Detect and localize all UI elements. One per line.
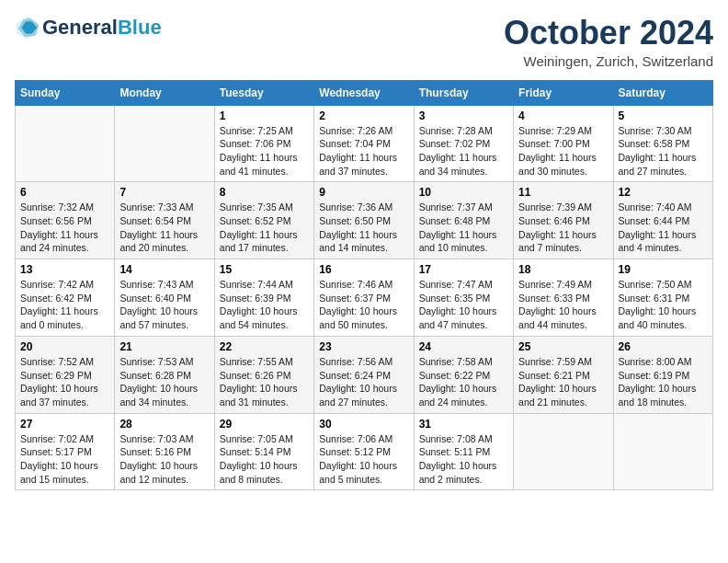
- day-info: Sunrise: 7:30 AM Sunset: 6:58 PM Dayligh…: [619, 124, 708, 178]
- calendar-cell: 26Sunrise: 8:00 AM Sunset: 6:19 PM Dayli…: [613, 336, 712, 413]
- day-info: Sunrise: 7:58 AM Sunset: 6:22 PM Dayligh…: [419, 355, 508, 409]
- day-info: Sunrise: 7:26 AM Sunset: 7:04 PM Dayligh…: [319, 124, 408, 178]
- weekday-header-thursday: Thursday: [414, 80, 513, 105]
- calendar-cell: 19Sunrise: 7:50 AM Sunset: 6:31 PM Dayli…: [613, 259, 712, 337]
- day-info: Sunrise: 7:06 AM Sunset: 5:12 PM Dayligh…: [319, 432, 408, 487]
- day-number: 24: [419, 340, 508, 353]
- calendar-cell: 18Sunrise: 7:49 AM Sunset: 6:33 PM Dayli…: [514, 259, 613, 337]
- calendar-week-5: 27Sunrise: 7:02 AM Sunset: 5:17 PM Dayli…: [16, 413, 713, 490]
- day-number: 13: [20, 263, 109, 276]
- weekday-row: SundayMondayTuesdayWednesdayThursdayFrid…: [16, 80, 713, 105]
- day-info: Sunrise: 7:37 AM Sunset: 6:48 PM Dayligh…: [419, 201, 508, 255]
- calendar-cell: 7Sunrise: 7:33 AM Sunset: 6:54 PM Daylig…: [115, 182, 214, 259]
- weekday-header-wednesday: Wednesday: [314, 80, 414, 105]
- calendar-cell: 6Sunrise: 7:32 AM Sunset: 6:56 PM Daylig…: [16, 182, 115, 259]
- day-info: Sunrise: 7:33 AM Sunset: 6:54 PM Dayligh…: [119, 201, 209, 255]
- day-info: Sunrise: 7:49 AM Sunset: 6:33 PM Dayligh…: [518, 278, 608, 332]
- weekday-header-saturday: Saturday: [613, 80, 712, 105]
- day-number: 9: [319, 186, 408, 199]
- calendar-header: SundayMondayTuesdayWednesdayThursdayFrid…: [16, 80, 713, 105]
- day-info: Sunrise: 7:32 AM Sunset: 6:56 PM Dayligh…: [20, 201, 109, 255]
- calendar-cell: [16, 105, 115, 182]
- day-number: 15: [220, 263, 309, 276]
- calendar-cell: 21Sunrise: 7:53 AM Sunset: 6:28 PM Dayli…: [115, 336, 214, 413]
- logo-text: GeneralBlue: [42, 17, 162, 39]
- calendar-table: SundayMondayTuesdayWednesdayThursdayFrid…: [15, 80, 713, 491]
- day-info: Sunrise: 7:59 AM Sunset: 6:21 PM Dayligh…: [518, 355, 608, 409]
- calendar-cell: [613, 413, 712, 490]
- calendar-cell: 1Sunrise: 7:25 AM Sunset: 7:06 PM Daylig…: [214, 105, 313, 182]
- day-info: Sunrise: 7:35 AM Sunset: 6:52 PM Dayligh…: [220, 201, 309, 255]
- weekday-header-tuesday: Tuesday: [214, 80, 313, 105]
- day-number: 25: [518, 340, 608, 353]
- day-number: 12: [619, 186, 708, 199]
- calendar-cell: 22Sunrise: 7:55 AM Sunset: 6:26 PM Dayli…: [214, 336, 313, 413]
- calendar-week-1: 1Sunrise: 7:25 AM Sunset: 7:06 PM Daylig…: [16, 105, 713, 182]
- day-info: Sunrise: 7:46 AM Sunset: 6:37 PM Dayligh…: [319, 278, 408, 332]
- calendar-cell: 12Sunrise: 7:40 AM Sunset: 6:44 PM Dayli…: [613, 182, 712, 259]
- day-number: 1: [220, 109, 309, 122]
- logo-icon: [15, 15, 40, 40]
- day-info: Sunrise: 7:43 AM Sunset: 6:40 PM Dayligh…: [119, 278, 209, 332]
- day-info: Sunrise: 7:55 AM Sunset: 6:26 PM Dayligh…: [220, 355, 309, 409]
- day-number: 29: [220, 418, 309, 431]
- day-info: Sunrise: 7:05 AM Sunset: 5:14 PM Dayligh…: [220, 432, 309, 487]
- day-number: 31: [419, 418, 508, 431]
- day-info: Sunrise: 7:39 AM Sunset: 6:46 PM Dayligh…: [518, 201, 608, 255]
- day-number: 19: [619, 263, 708, 276]
- calendar-body: 1Sunrise: 7:25 AM Sunset: 7:06 PM Daylig…: [16, 105, 713, 490]
- day-number: 2: [319, 109, 408, 122]
- day-info: Sunrise: 7:03 AM Sunset: 5:16 PM Dayligh…: [119, 432, 209, 487]
- day-number: 18: [518, 263, 608, 276]
- weekday-header-monday: Monday: [115, 80, 214, 105]
- calendar-cell: [115, 105, 214, 182]
- calendar-cell: 5Sunrise: 7:30 AM Sunset: 6:58 PM Daylig…: [613, 105, 712, 182]
- calendar-cell: 17Sunrise: 7:47 AM Sunset: 6:35 PM Dayli…: [414, 259, 513, 337]
- calendar-cell: 29Sunrise: 7:05 AM Sunset: 5:14 PM Dayli…: [214, 413, 313, 490]
- calendar-cell: 24Sunrise: 7:58 AM Sunset: 6:22 PM Dayli…: [414, 336, 513, 413]
- calendar-week-3: 13Sunrise: 7:42 AM Sunset: 6:42 PM Dayli…: [16, 259, 713, 337]
- day-info: Sunrise: 7:52 AM Sunset: 6:29 PM Dayligh…: [20, 355, 109, 409]
- day-info: Sunrise: 7:28 AM Sunset: 7:02 PM Dayligh…: [419, 124, 508, 178]
- location: Weiningen, Zurich, Switzerland: [504, 53, 713, 69]
- day-number: 23: [319, 340, 408, 353]
- day-info: Sunrise: 7:29 AM Sunset: 7:00 PM Dayligh…: [518, 124, 608, 178]
- day-info: Sunrise: 7:25 AM Sunset: 7:06 PM Dayligh…: [220, 124, 309, 178]
- day-info: Sunrise: 7:50 AM Sunset: 6:31 PM Dayligh…: [619, 278, 708, 332]
- day-number: 6: [20, 186, 109, 199]
- calendar-cell: 16Sunrise: 7:46 AM Sunset: 6:37 PM Dayli…: [314, 259, 414, 337]
- calendar-cell: [514, 413, 613, 490]
- day-info: Sunrise: 7:36 AM Sunset: 6:50 PM Dayligh…: [319, 201, 408, 255]
- day-number: 8: [220, 186, 309, 199]
- calendar-cell: 25Sunrise: 7:59 AM Sunset: 6:21 PM Dayli…: [514, 336, 613, 413]
- day-number: 21: [119, 340, 209, 353]
- day-info: Sunrise: 7:08 AM Sunset: 5:11 PM Dayligh…: [419, 432, 508, 487]
- calendar-cell: 10Sunrise: 7:37 AM Sunset: 6:48 PM Dayli…: [414, 182, 513, 259]
- day-info: Sunrise: 7:40 AM Sunset: 6:44 PM Dayligh…: [619, 201, 708, 255]
- calendar-cell: 8Sunrise: 7:35 AM Sunset: 6:52 PM Daylig…: [214, 182, 313, 259]
- day-number: 5: [619, 109, 708, 122]
- day-number: 17: [419, 263, 508, 276]
- logo: GeneralBlue: [15, 15, 162, 40]
- day-number: 10: [419, 186, 508, 199]
- calendar-cell: 14Sunrise: 7:43 AM Sunset: 6:40 PM Dayli…: [115, 259, 214, 337]
- calendar-cell: 4Sunrise: 7:29 AM Sunset: 7:00 PM Daylig…: [514, 105, 613, 182]
- calendar-cell: 13Sunrise: 7:42 AM Sunset: 6:42 PM Dayli…: [16, 259, 115, 337]
- day-info: Sunrise: 7:44 AM Sunset: 6:39 PM Dayligh…: [220, 278, 309, 332]
- month-title: October 2024: [504, 15, 713, 52]
- day-info: Sunrise: 7:47 AM Sunset: 6:35 PM Dayligh…: [419, 278, 508, 332]
- day-number: 3: [419, 109, 508, 122]
- day-info: Sunrise: 7:42 AM Sunset: 6:42 PM Dayligh…: [20, 278, 109, 332]
- calendar-cell: 2Sunrise: 7:26 AM Sunset: 7:04 PM Daylig…: [314, 105, 414, 182]
- day-info: Sunrise: 7:02 AM Sunset: 5:17 PM Dayligh…: [20, 432, 109, 487]
- day-number: 7: [119, 186, 209, 199]
- day-info: Sunrise: 7:53 AM Sunset: 6:28 PM Dayligh…: [119, 355, 209, 409]
- day-number: 4: [518, 109, 608, 122]
- day-number: 16: [319, 263, 408, 276]
- calendar-cell: 28Sunrise: 7:03 AM Sunset: 5:16 PM Dayli…: [115, 413, 214, 490]
- calendar-cell: 9Sunrise: 7:36 AM Sunset: 6:50 PM Daylig…: [314, 182, 414, 259]
- calendar-week-4: 20Sunrise: 7:52 AM Sunset: 6:29 PM Dayli…: [16, 336, 713, 413]
- calendar-cell: 20Sunrise: 7:52 AM Sunset: 6:29 PM Dayli…: [16, 336, 115, 413]
- calendar-cell: 11Sunrise: 7:39 AM Sunset: 6:46 PM Dayli…: [514, 182, 613, 259]
- day-number: 27: [20, 418, 109, 431]
